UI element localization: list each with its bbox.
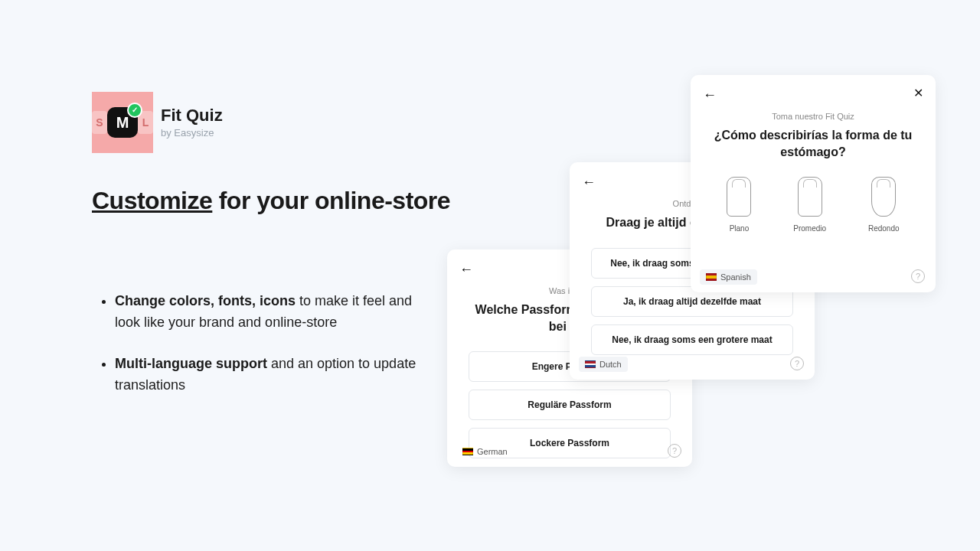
quiz-question: ¿Cómo describirías la forma de tu estóma… [714,127,913,160]
quiz-shape-option[interactable]: Redondo [868,177,900,233]
quiz-shape-option[interactable]: Plano [727,177,751,233]
quiz-kicker: Toma nuestro Fit Quiz [691,112,936,121]
logo-chip-m-label: M [116,114,129,132]
quiz-shape-option[interactable]: Promedio [793,177,826,233]
page-title-underline: Customize [92,187,212,214]
flag-icon [585,360,596,368]
close-icon[interactable]: ✕ [913,86,923,100]
checkmark-icon: ✓ [127,103,142,118]
shape-label: Promedio [793,224,826,233]
feature-item-strong: Change colors, fonts, icons [115,293,296,308]
torso-icon [798,177,822,217]
feature-item-strong: Multi-language support [115,356,267,371]
page-title: Customize for your online-store [92,187,450,215]
quiz-option[interactable]: Reguläre Passform [469,390,671,420]
quiz-card-spanish: ← ✕ Toma nuestro Fit Quiz ¿Cómo describi… [691,75,936,292]
language-label: Dutch [599,360,622,369]
language-badge[interactable]: German [456,444,514,459]
app-name: Fit Quiz [161,106,223,126]
feature-item: Multi-language support and an option to … [115,354,429,396]
logo-chip-s: S [92,111,107,134]
shape-label: Plano [730,224,750,233]
back-icon[interactable]: ← [703,87,717,103]
torso-icon [727,177,751,217]
back-icon[interactable]: ← [582,174,596,191]
app-vendor: by Easysize [161,127,214,139]
quiz-shape-options: Plano Promedio Redondo [706,177,920,233]
language-label: German [477,447,508,456]
quiz-option[interactable]: Nee, ik draag soms een grotere maat [591,324,793,355]
logo-chip-m: M ✓ [107,107,138,138]
help-icon[interactable]: ? [668,444,681,458]
help-icon[interactable]: ? [790,357,804,370]
help-icon[interactable]: ? [911,269,925,283]
language-badge[interactable]: Dutch [579,357,628,372]
page-title-rest: for your online-store [212,187,450,214]
flag-icon [462,448,473,455]
language-badge[interactable]: Spanish [700,269,757,285]
torso-icon [871,177,896,217]
back-icon[interactable]: ← [459,262,473,278]
language-label: Spanish [720,272,751,282]
shape-label: Redondo [868,224,900,233]
feature-list: Change colors, fonts, icons to make it f… [100,291,429,416]
flag-icon [706,273,717,281]
feature-item: Change colors, fonts, icons to make it f… [115,291,429,334]
app-logo: S M ✓ L [92,92,153,153]
